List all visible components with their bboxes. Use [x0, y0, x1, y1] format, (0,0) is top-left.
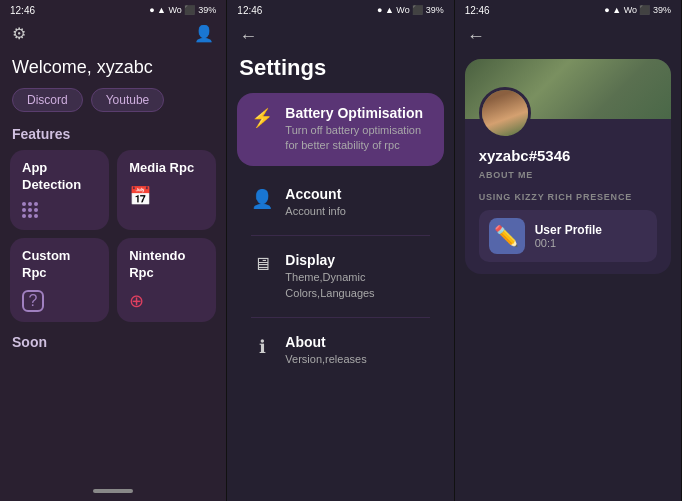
profile-header: ← — [455, 20, 681, 51]
rpc-title: User Profile — [535, 223, 602, 237]
quick-buttons: Discord Youtube — [0, 84, 226, 122]
gear-icon[interactable]: ⚙ — [12, 24, 26, 43]
rpc-icon: ✏️ — [489, 218, 525, 254]
back-button[interactable]: ← — [239, 26, 257, 47]
battery-optimisation-item[interactable]: ⚡ Battery Optimisation Turn off battery … — [237, 93, 443, 166]
time-profile: 12:46 — [465, 5, 490, 16]
settings-panel: 12:46 ● ▲ Wo ⬛ 39% ← Settings ⚡ Battery … — [227, 0, 454, 501]
display-title: Display — [285, 252, 429, 268]
feature-media-rpc[interactable]: Media Rpc 📅 — [117, 150, 216, 230]
dots-icon — [22, 202, 42, 218]
welcome-text: Welcome, xyzabc — [0, 49, 226, 84]
status-icons-settings: ● ▲ Wo ⬛ 39% — [377, 5, 444, 15]
battery-subtitle: Turn off battery optimisation for better… — [285, 123, 429, 154]
divider-2 — [251, 317, 429, 318]
battery-title: Battery Optimisation — [285, 105, 429, 121]
status-bar-home: 12:46 ● ▲ Wo ⬛ 39% — [0, 0, 226, 20]
profile-card: xyzabc#5346 ABOUT ME USING KIZZY RICH PR… — [465, 59, 671, 274]
settings-title: Settings — [227, 51, 453, 93]
about-title: About — [285, 334, 429, 350]
about-item[interactable]: ℹ About Version,releases — [237, 322, 443, 379]
home-header: ⚙ 👤 — [0, 20, 226, 49]
account-title: Account — [285, 186, 429, 202]
discord-button[interactable]: Discord — [12, 88, 83, 112]
feature-custom-rpc[interactable]: Custom Rpc ? — [10, 238, 109, 322]
time-settings: 12:46 — [237, 5, 262, 16]
profile-banner — [465, 59, 671, 119]
rpc-card: ✏️ User Profile 00:1 — [479, 210, 657, 262]
about-subtitle: Version,releases — [285, 352, 429, 367]
person-icon[interactable]: 👤 — [194, 24, 214, 43]
avatar — [479, 87, 531, 139]
features-label: Features — [0, 122, 226, 150]
about-label: ABOUT ME — [479, 170, 657, 180]
feature-nintendo-rpc[interactable]: Nintendo Rpc ⊕ — [117, 238, 216, 322]
display-subtitle: Theme,Dynamic Colors,Languages — [285, 270, 429, 301]
battery-icon: ⚡ — [251, 107, 273, 129]
profile-info: xyzabc#5346 ABOUT ME USING KIZZY RICH PR… — [465, 119, 671, 274]
soon-label: Soon — [0, 322, 226, 354]
display-icon: 🖥 — [251, 254, 273, 275]
custom-rpc-title: Custom Rpc — [22, 248, 97, 282]
calendar-icon: 📅 — [129, 185, 204, 207]
nintendo-icon: ⊕ — [129, 290, 204, 312]
media-rpc-title: Media Rpc — [129, 160, 204, 177]
bottom-pill — [93, 489, 133, 493]
divider-1 — [251, 235, 429, 236]
about-icon: ℹ — [251, 336, 273, 358]
avatar-image — [482, 90, 528, 136]
app-detection-title: App Detection — [22, 160, 97, 194]
rpc-time: 00:1 — [535, 237, 602, 249]
youtube-button[interactable]: Youtube — [91, 88, 165, 112]
account-icon: 👤 — [251, 188, 273, 210]
profile-panel: 12:46 ● ▲ Wo ⬛ 39% ← xyzabc#5346 ABOUT M… — [455, 0, 682, 501]
account-subtitle: Account info — [285, 204, 429, 219]
profile-back-button[interactable]: ← — [467, 26, 485, 47]
status-bar-settings: 12:46 ● ▲ Wo ⬛ 39% — [227, 0, 453, 20]
time-home: 12:46 — [10, 5, 35, 16]
status-icons-profile: ● ▲ Wo ⬛ 39% — [604, 5, 671, 15]
home-panel: 12:46 ● ▲ Wo ⬛ 39% ⚙ 👤 Welcome, xyzabc D… — [0, 0, 227, 501]
question-icon: ? — [22, 290, 44, 312]
display-item[interactable]: 🖥 Display Theme,Dynamic Colors,Languages — [237, 240, 443, 313]
account-item[interactable]: 👤 Account Account info — [237, 174, 443, 231]
username: xyzabc#5346 — [479, 147, 657, 164]
status-icons-home: ● ▲ Wo ⬛ 39% — [149, 5, 216, 15]
status-bar-profile: 12:46 ● ▲ Wo ⬛ 39% — [455, 0, 681, 20]
feature-app-detection[interactable]: App Detection — [10, 150, 109, 230]
home-bottom-bar — [0, 481, 226, 501]
nintendo-rpc-title: Nintendo Rpc — [129, 248, 204, 282]
settings-header: ← — [227, 20, 453, 51]
features-grid: App Detection Media Rpc 📅 Custom Rpc ? N… — [0, 150, 226, 322]
using-label: USING KIZZY RICH PRESENCE — [479, 192, 657, 202]
